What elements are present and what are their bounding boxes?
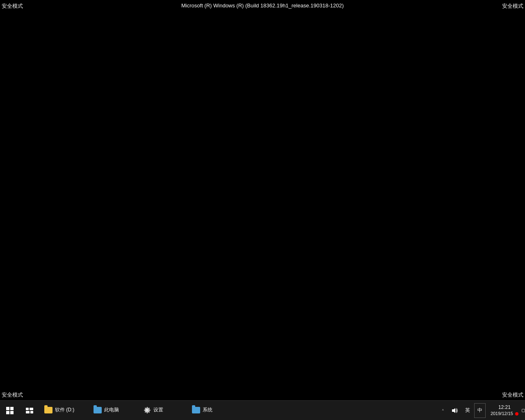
svg-rect-0 xyxy=(26,408,29,410)
start-button[interactable] xyxy=(0,401,20,420)
task-view-icon xyxy=(26,408,33,413)
taskbar-item-settings[interactable]: 设置 xyxy=(138,401,187,420)
volume-icon[interactable] xyxy=(450,403,461,418)
taskbar-item-system[interactable]: 系统 xyxy=(187,401,236,420)
svg-marker-4 xyxy=(452,408,455,413)
security-alert-badge xyxy=(515,412,518,415)
svg-rect-3 xyxy=(30,411,33,413)
build-info: Microsoft (R) Windows (R) (Build 18362.1… xyxy=(181,2,344,9)
action-center-icon xyxy=(522,408,525,413)
svg-rect-5 xyxy=(522,409,525,412)
action-center-button[interactable] xyxy=(522,401,525,420)
taskbar: 软件 (D:) 此电脑 设置 系统 ^ xyxy=(0,400,525,420)
desktop xyxy=(0,0,525,400)
clock-time: 12:21 xyxy=(498,404,511,411)
chevron-up-icon: ^ xyxy=(442,409,444,413)
settings-icon xyxy=(143,406,151,414)
safe-mode-bottom-right: 安全模式 xyxy=(502,391,523,399)
folder-blue-icon xyxy=(94,406,102,414)
taskbar-item-system-label: 系统 xyxy=(203,406,212,413)
show-hidden-icons-button[interactable]: ^ xyxy=(437,403,449,418)
windows-logo-icon xyxy=(6,407,14,414)
clock-area[interactable]: 12:21 2019/12/15 xyxy=(487,401,522,420)
ime-button[interactable]: 中 xyxy=(474,403,486,418)
taskbar-item-settings-label: 设置 xyxy=(153,406,163,413)
language-selector[interactable]: 英 xyxy=(462,403,473,418)
folder-icon xyxy=(44,406,52,414)
safe-mode-bottom-left: 安全模式 xyxy=(2,391,23,399)
task-view-button[interactable] xyxy=(20,401,39,420)
safe-mode-top-left: 安全模式 xyxy=(2,2,23,10)
taskbar-item-this-pc[interactable]: 此电脑 xyxy=(89,401,138,420)
taskbar-item-this-pc-label: 此电脑 xyxy=(104,406,119,413)
safe-mode-top-right: 安全模式 xyxy=(502,2,523,10)
taskbar-item-software-d-label: 软件 (D:) xyxy=(55,406,74,413)
tray-icons-area: ^ 英 中 xyxy=(436,403,487,418)
system-tray: ^ 英 中 12:21 2019/12/15 xyxy=(436,401,525,420)
svg-rect-2 xyxy=(26,411,30,413)
clock-date: 2019/12/15 xyxy=(491,411,518,416)
system-folder-icon xyxy=(192,406,200,414)
date-text: 2019/12/15 xyxy=(491,411,513,416)
svg-rect-1 xyxy=(30,408,33,410)
taskbar-item-software-d[interactable]: 软件 (D:) xyxy=(39,401,89,420)
